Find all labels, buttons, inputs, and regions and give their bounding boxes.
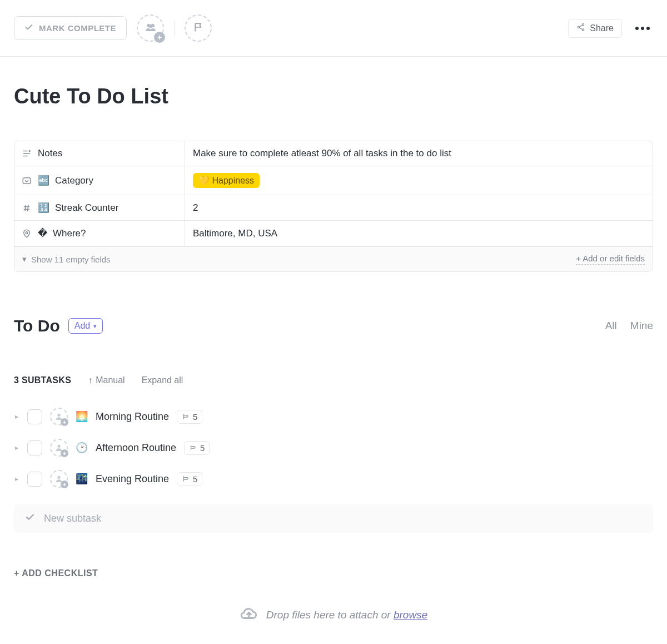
number-field-icon (21, 203, 32, 213)
subtask-count-pill[interactable]: 5 (177, 410, 202, 424)
share-icon (576, 23, 585, 34)
svg-point-14 (26, 231, 28, 234)
subtask-list: ▸ + 🌅 Morning Routine 5 ▸ + 🕑 Afternoon … (14, 401, 653, 494)
svg-line-7 (580, 27, 583, 29)
expand-all-button[interactable]: Expand all (142, 375, 183, 385)
svg-line-6 (580, 25, 583, 27)
page-title[interactable]: Cute To Do List (14, 85, 653, 108)
expand-chevron-icon[interactable]: ▸ (14, 444, 19, 452)
arrow-up-icon: ↑ (88, 375, 92, 385)
caret-down-icon: ▾ (93, 323, 97, 330)
toolbar: MARK COMPLETE + Share (0, 0, 667, 57)
divider (174, 21, 175, 36)
category-tag: 💛 Happiness (193, 173, 260, 188)
assignees-button[interactable]: + (137, 14, 164, 42)
add-checklist-button[interactable]: + ADD CHECKLIST (14, 568, 653, 578)
subtask-checkbox[interactable] (27, 472, 42, 487)
field-value[interactable]: Baltimore, MD, USA (185, 221, 653, 246)
subtask-row: ▸ + 🕑 Afternoon Routine 5 (14, 432, 653, 463)
field-emoji: 🔢 (38, 202, 49, 214)
subtask-name[interactable]: Afternoon Routine (96, 442, 176, 454)
expand-chevron-icon[interactable]: ▸ (14, 475, 19, 483)
location-field-icon (21, 229, 32, 239)
field-row-streak: 🔢 Streak Counter 2 (14, 195, 653, 221)
field-value[interactable]: Make sure to complete atleast 90% of all… (185, 141, 653, 166)
subtask-count-pill[interactable]: 5 (184, 441, 210, 455)
dropzone-text: Drop files here to attach or (266, 609, 394, 621)
field-name: Category (55, 175, 93, 186)
new-subtask-input[interactable] (44, 513, 642, 524)
subtask-count: 3 SUBTASKS (14, 375, 71, 385)
field-label[interactable]: 🔢 Streak Counter (14, 195, 185, 220)
todo-section-header: To Do Add ▾ All Mine (14, 316, 653, 335)
mark-complete-button[interactable]: MARK COMPLETE (14, 16, 127, 40)
share-label: Share (590, 23, 614, 33)
subtask-row: ▸ + 🌃 Evening Routine 5 (14, 463, 653, 494)
svg-line-13 (28, 205, 29, 211)
check-icon (24, 23, 33, 33)
subtask-child-count: 5 (193, 474, 197, 484)
mark-complete-label: MARK COMPLETE (39, 23, 116, 33)
svg-point-2 (148, 24, 152, 27)
subtask-emoji: 🌅 (76, 410, 88, 423)
show-empty-fields-button[interactable]: ▾ Show 11 empty fields (22, 254, 111, 264)
attachment-dropzone[interactable]: Drop files here to attach or browse (14, 595, 653, 644)
filter-all[interactable]: All (605, 320, 617, 332)
svg-line-12 (25, 205, 26, 211)
subtask-child-count: 5 (200, 443, 205, 453)
assign-button[interactable]: + (50, 439, 68, 457)
subtask-checkbox[interactable] (27, 409, 42, 424)
subtask-row: ▸ + 🌅 Morning Routine 5 (14, 401, 653, 432)
subtask-emoji: 🌃 (76, 473, 88, 485)
field-row-category: 🔤 Category 💛 Happiness (14, 166, 653, 195)
field-emoji: � (38, 227, 47, 239)
field-label[interactable]: � Where? (14, 221, 185, 246)
svg-point-15 (57, 414, 60, 417)
field-name: Streak Counter (55, 202, 118, 214)
field-name: Notes (38, 148, 62, 159)
assign-button[interactable]: + (50, 408, 68, 425)
fields-footer: ▾ Show 11 empty fields + Add or edit fie… (14, 246, 653, 271)
subtask-name[interactable]: Morning Routine (96, 411, 169, 423)
plus-icon: + (61, 480, 68, 488)
subtask-count-pill[interactable]: 5 (177, 472, 202, 486)
expand-chevron-icon[interactable]: ▸ (14, 413, 19, 420)
share-button[interactable]: Share (568, 19, 622, 38)
svg-point-17 (57, 476, 60, 479)
caret-down-icon: ▾ (22, 254, 27, 264)
field-emoji: 🔤 (38, 175, 49, 186)
svg-rect-9 (23, 177, 31, 184)
browse-link[interactable]: browse (394, 609, 427, 621)
plus-icon: + (154, 32, 165, 43)
assign-button[interactable]: + (50, 470, 68, 488)
add-edit-fields-button[interactable]: + Add or edit fields (576, 254, 645, 265)
filter-mine[interactable]: Mine (630, 320, 653, 332)
new-subtask-row[interactable] (14, 504, 653, 533)
subtask-checkbox[interactable] (27, 440, 42, 455)
field-label[interactable]: 🔤 Category (14, 166, 185, 195)
subtask-name[interactable]: Evening Routine (96, 473, 169, 485)
add-subtask-button[interactable]: Add ▾ (68, 318, 103, 334)
cloud-upload-icon (240, 604, 258, 626)
section-title: To Do (14, 316, 60, 335)
field-label[interactable]: Notes (14, 141, 185, 166)
field-row-notes: Notes Make sure to complete atleast 90% … (14, 141, 653, 166)
field-value[interactable]: 2 (185, 195, 653, 220)
more-menu-button[interactable] (632, 23, 653, 33)
field-name: Where? (53, 228, 86, 239)
subtask-child-count: 5 (193, 412, 197, 422)
svg-point-8 (29, 151, 30, 152)
dropdown-field-icon (21, 176, 32, 186)
subtask-controls: 3 SUBTASKS ↑ Manual Expand all (14, 375, 653, 385)
field-row-where: � Where? Baltimore, MD, USA (14, 221, 653, 246)
priority-flag-button[interactable] (185, 14, 212, 42)
field-value[interactable]: 💛 Happiness (185, 166, 653, 195)
sort-button[interactable]: ↑ Manual (88, 375, 125, 385)
custom-fields: Notes Make sure to complete atleast 90% … (14, 141, 653, 272)
text-field-icon (21, 148, 32, 158)
plus-icon: + (61, 418, 68, 426)
flag-icon (193, 22, 204, 35)
check-icon (25, 512, 35, 525)
plus-icon: + (61, 449, 68, 457)
svg-point-16 (57, 445, 60, 448)
